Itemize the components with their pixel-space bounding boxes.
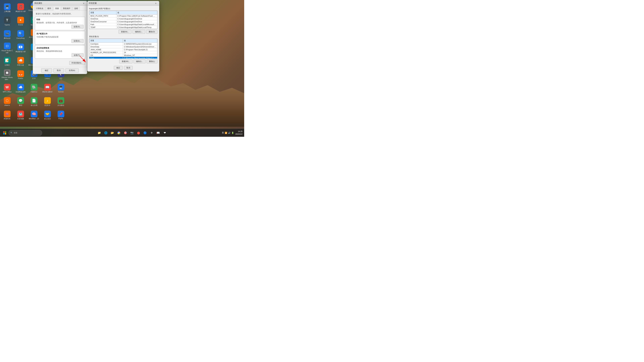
taskbar-volume-icon[interactable]: 🔊 <box>228 132 230 134</box>
taskbar-camera[interactable]: 📷 <box>129 130 135 136</box>
sysprop-apply-btn[interactable]: 应用(A) <box>66 68 79 72</box>
sys-var-name-1: DriverData <box>90 45 123 48</box>
startup-settings-btn[interactable]: 设置(T)... <box>72 53 84 57</box>
taskbar-translate[interactable]: 📖 <box>155 130 161 136</box>
jinshan-meeting-icon: 🤝 <box>44 111 51 117</box>
taskbar-wifi-icon[interactable]: 📶 <box>225 132 227 134</box>
sysprop-close-button[interactable]: × <box>82 2 86 5</box>
sys-new-btn[interactable]: 新建(W)... <box>119 59 132 63</box>
desktop-icon-todesk[interactable]: 🖥️ ToDesk <box>54 82 67 95</box>
user-var-row-0[interactable]: MOZ_PLUGIN_PATH C:\Program Files (x86)\F… <box>90 14 157 17</box>
desktop-icon-wps[interactable]: W WPS Office <box>1 82 14 95</box>
desktop-icon-drawio[interactable]: ⬡ draw.io <box>1 95 14 108</box>
desktop-icon-jinshandoc[interactable]: 🐘 印象笔记 <box>28 82 40 95</box>
taskbar-plane[interactable]: ✈ <box>148 130 155 136</box>
sys-var-col-header: 变量 <box>90 39 123 42</box>
aliyun-icon: ☁️ <box>17 57 24 64</box>
user-edit-btn[interactable]: 编辑(E)... <box>132 30 145 34</box>
tab-system-protection[interactable]: 系统保护 <box>61 6 72 10</box>
desktop-icon-pixpin[interactable]: 📌 PixPin <box>54 109 67 121</box>
desktop-icon-xmind[interactable]: ✦ Xmind <box>14 15 27 28</box>
desktop-icon-jinshan-meeting[interactable]: 🤝 金山会议 <box>41 109 54 121</box>
user-new-btn[interactable]: 新建(N)... <box>118 30 131 34</box>
start-button[interactable] <box>2 130 8 136</box>
tab-remote[interactable]: 远程 <box>72 6 80 10</box>
desktop-icon-tencent-meeting[interactable]: 📹 腾讯会议 <box>1 28 14 41</box>
todesk-label: ToDesk <box>58 91 64 93</box>
taskbar-sys-icons: 英 📶 🔊 🔋 <box>222 131 234 134</box>
desktop-icons-container: 🖥️ 上网成瘾 T Typora 📹 腾讯会议 { } Visual Studi… <box>0 0 34 127</box>
qq-label: QQ <box>60 78 62 80</box>
desktop-icon-qq-music[interactable]: ♪ QQ音乐 <box>41 95 54 108</box>
performance-settings-btn[interactable]: 设置(S)... <box>72 25 84 29</box>
taskbar-time-display[interactable]: 14:25 2024/1/2 <box>235 130 242 135</box>
taskbar-app3[interactable]: ❤ <box>162 130 168 136</box>
taskbar-chrome[interactable] <box>116 130 122 136</box>
desktop-icon-baidumap[interactable]: 🗺️ 百度地图 <box>14 109 27 121</box>
envvar-cancel-btn[interactable]: 取消 <box>124 66 133 70</box>
qqmail-icon: 📧 <box>17 43 24 50</box>
env-vars-btn[interactable]: 环境变量(N)... <box>69 61 85 65</box>
sys-delete-btn[interactable]: 删除(L) <box>146 59 158 63</box>
desktop-icon-netease[interactable]: 🎵 网速音乐大师 <box>14 2 27 14</box>
desktop-icon-typora[interactable]: T Typora <box>1 15 14 28</box>
envvar-content: liuguanglei 的用户变量(U) 变量 值 MOZ_PLUGIN_PAT… <box>88 6 159 71</box>
sys-var-row-2[interactable]: JAVA_HOME C:\Program Files\Java\jdk-21 <box>90 48 157 51</box>
desktop-icon-everything[interactable]: 🔍 Everything <box>14 28 27 41</box>
taskbar-file-explorer[interactable]: 📁 <box>96 130 102 136</box>
envvar-close-button[interactable]: × <box>154 2 158 5</box>
desktop-icon-qqmail[interactable]: 📧 网易邮箱大师 <box>14 42 27 54</box>
sys-var-row-1[interactable]: DriverData C:\Windows\System32\Drivers\D… <box>90 45 157 48</box>
tab-advanced[interactable]: 高级 <box>53 6 61 10</box>
sys-vars-btn-row: 新建(W)... 编辑(I)... 删除(L) <box>89 59 158 63</box>
desktop-icon-vscode[interactable]: { } Visual Studio Code <box>1 42 14 54</box>
user-var-row-4[interactable]: TEMP C:\Users\liuguanglei\AppData\Local\… <box>90 26 157 29</box>
user-var-row-3[interactable]: Path C:\Users\liuguanglei\AppData\Local\… <box>90 23 157 26</box>
desktop-icon-qiyewechat[interactable]: 💼 企业微信 <box>54 95 67 108</box>
sys-var-row-5[interactable]: Path C:\Program Files\Java\jdk-21\bin;C:… <box>90 57 157 59</box>
wechat-icon: 💬 <box>17 97 24 104</box>
user-profile-settings-btn[interactable]: 设置(E)... <box>72 39 84 43</box>
desktop-icon-alibaba[interactable]: 👾 阿里旺旺 <box>1 109 14 121</box>
user-var-col-header: 变量 <box>90 11 116 14</box>
desktop-icon-firefox[interactable]: 🦊 Firefox <box>14 69 27 81</box>
sysprop-cancel-btn[interactable]: 取消 <box>53 68 64 72</box>
sys-var-row-3[interactable]: NUMBER_OF_PROCESSORS 24 <box>90 51 157 54</box>
tab-computer-name[interactable]: 计算机名 <box>34 6 45 10</box>
taskbar-battery-icon[interactable]: 🔋 <box>232 132 234 134</box>
taskbar-app2[interactable]: 🔵 <box>142 130 148 136</box>
sys-var-name-2: JAVA_HOME <box>90 48 123 51</box>
user-var-row-5[interactable]: TMP C:\Users\liuguanglei\AppData\Local\T… <box>90 29 157 29</box>
desktop-icon-aliyun[interactable]: ☁️ 阿里云盘 <box>14 55 27 68</box>
sysprop-ok-btn[interactable]: 确定 <box>41 68 52 72</box>
desktop-icon-vmware[interactable]: 🔲 VMware Workstatio... <box>1 69 14 81</box>
taskbar-app1[interactable]: 🎯 <box>122 130 128 136</box>
sys-var-row-4[interactable]: OS Windows_NT <box>90 54 157 57</box>
user-delete-btn[interactable]: 删除(D) <box>146 30 158 34</box>
user-var-val-1: C:\Users\liuguanglei\OneDrive <box>116 17 157 20</box>
taskbar-browser[interactable]: 🌐 <box>103 130 109 136</box>
taskbar-chrome-icon <box>118 131 120 134</box>
taskbar-search[interactable]: 🔍 搜索 <box>8 130 42 136</box>
sys-edit-btn[interactable]: 编辑(I)... <box>134 59 146 63</box>
user-var-row-1[interactable]: OneDrive C:\Users\liuguanglei\OneDrive <box>90 17 157 20</box>
desktop-icon-jinshanwps[interactable]: 📄 金山文档 <box>28 95 40 108</box>
taskbar-lang-icon[interactable]: 英 <box>222 131 224 134</box>
desktop-icon-baidu-netdisk[interactable]: ☁️ 百度网盘远程 <box>14 82 27 95</box>
desktop-icon-wechat[interactable]: 💬 微信 <box>14 95 27 108</box>
user-var-row-2[interactable]: OneDriveConsumer C:\Users\liuguanglei\On… <box>90 20 157 23</box>
taskbar-record[interactable]: ⬤ <box>136 130 142 136</box>
sys-var-row-0[interactable]: ComSpec C:\WINDOWS\system32\cmd.exe <box>90 42 157 45</box>
sysprop-titlebar: 系统属性 × <box>33 1 87 6</box>
tab-hardware[interactable]: 硬件 <box>46 6 53 10</box>
taskbar-folder[interactable]: 📂 <box>109 130 116 136</box>
desktop-icon-addicts[interactable]: 🖥️ 上网成瘾 <box>1 2 14 14</box>
sys-vars-table-container[interactable]: 变量 值 ComSpec C:\WINDOWS\system32\cmd.exe… <box>89 38 158 59</box>
netease-mail-icon: 📖 <box>44 84 51 90</box>
desktop-icon-netease-mail[interactable]: 📖 网易有道翻译 <box>41 82 54 95</box>
user-vars-table-container[interactable]: 变量 值 MOZ_PLUGIN_PATH C:\Program Files (x… <box>89 10 158 29</box>
desktop-icon-note[interactable]: 📝 记事本 <box>1 55 14 68</box>
sysprop-window: 系统属性 × 计算机名 硬件 高级 系统保护 远程 要进行大多数更改，你必须作为… <box>33 1 87 74</box>
desktop-icon-mindmanager[interactable]: 🧠 MindMan...23 <box>28 109 40 121</box>
envvar-ok-btn[interactable]: 确定 <box>114 66 122 70</box>
